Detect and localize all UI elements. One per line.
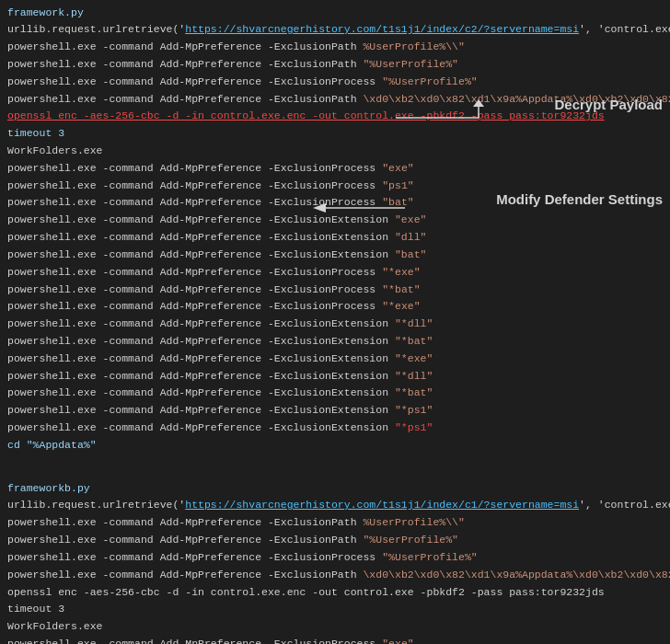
line-ps-excl-path-1: powershell.exe -command Add-MpPreference… [0, 39, 670, 56]
line-excl-ext-bat-1: powershell.exe -command Add-MpPreference… [0, 246, 670, 263]
line-ps-excl-proc-2: powershell.exe -command Add-MpPreference… [0, 548, 670, 566]
line-openssl-1: openssl enc -aes-256-cbc -d -in control.… [0, 108, 670, 125]
line-excl-ext-dll-1: powershell.exe -command Add-MpPreference… [0, 229, 670, 247]
line-workfolders-1: WorkFolders.exe [0, 143, 670, 160]
line-excl-ext-star-dll-2: powershell.exe -command Add-MpPreference… [0, 367, 670, 385]
line-ps-excl-path-2: powershell.exe -command Add-MpPreference… [0, 55, 670, 73]
code-container: framework.py urllib.request.urlretrieve(… [0, 0, 670, 644]
line-ps-excl-proc-1: powershell.exe -command Add-MpPreference… [0, 73, 670, 90]
line-excl-ps1-1: powershell.exe -command Add-MpPreference… [0, 177, 670, 194]
line-excl-exe-2: powershell.exe -command Add-MpPreference… [0, 635, 670, 644]
line-timeout-1: timeout 3 [0, 125, 670, 143]
line-cd-appdata: cd "%Appdata%" [0, 436, 670, 454]
line-ps-excl-path-hex-2: powershell.exe -command Add-MpPreference… [0, 566, 670, 583]
line-excl-ext-star-ps1-2: powershell.exe -command Add-MpPreference… [0, 420, 670, 437]
line-timeout-2: timeout 3 [0, 601, 670, 618]
line-excl-ext-star-ps1-1: powershell.exe -command Add-MpPreference… [0, 402, 670, 420]
line-excl-ext-star-exe-1: powershell.exe -command Add-MpPreference… [0, 350, 670, 367]
line-workfolders-2: WorkFolders.exe [0, 618, 670, 636]
line-excl-proc-star-bat-1: powershell.exe -command Add-MpPreference… [0, 281, 670, 298]
line-excl-ext-star-bat-2: powershell.exe -command Add-MpPreference… [0, 385, 670, 402]
line-ps-excl-path-4: powershell.exe -command Add-MpPreference… [0, 532, 670, 549]
spacer-2 [0, 466, 670, 479]
filename-1: framework.py [0, 4, 670, 21]
line-urllib-2: urllib.request.urlretrieve('https://shva… [0, 497, 670, 514]
line-ps-excl-path-hex: powershell.exe -command Add-MpPreference… [0, 90, 670, 108]
line-excl-proc-star-exe-2: powershell.exe -command Add-MpPreference… [0, 298, 670, 316]
line-excl-ext-exe-1: powershell.exe -command Add-MpPreference… [0, 212, 670, 229]
line-excl-exe-1: powershell.exe -command Add-MpPreference… [0, 159, 670, 177]
line-excl-ext-star-dll-1: powershell.exe -command Add-MpPreference… [0, 316, 670, 333]
line-excl-bat-1: powershell.exe -command Add-MpPreference… [0, 194, 670, 212]
spacer-1 [0, 454, 670, 466]
line-excl-ext-star-bat-1: powershell.exe -command Add-MpPreference… [0, 332, 670, 350]
line-urllib-1: urllib.request.urlretrieve('https://shva… [0, 21, 670, 39]
filename-2: frameworkb.py [0, 479, 670, 497]
line-openssl-2: openssl enc -aes-256-cbc -d -in control.… [0, 583, 670, 601]
line-excl-proc-star-exe-1: powershell.exe -command Add-MpPreference… [0, 263, 670, 281]
line-ps-excl-path-3: powershell.exe -command Add-MpPreference… [0, 514, 670, 532]
